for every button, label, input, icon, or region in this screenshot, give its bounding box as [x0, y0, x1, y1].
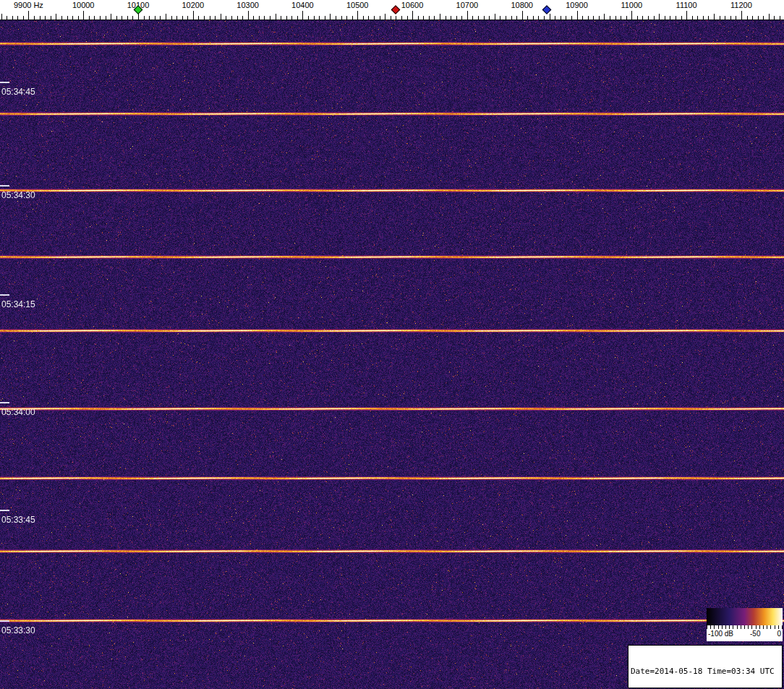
- ruler-tick: [264, 16, 265, 20]
- ruler-tick: [686, 11, 687, 20]
- frequency-marker-red-icon[interactable]: [391, 5, 401, 14]
- waterfall-display[interactable]: [0, 20, 784, 689]
- freq-tick-label: 11000: [621, 1, 642, 9]
- ruler-tick: [495, 14, 495, 20]
- ruler-tick: [730, 16, 731, 20]
- ruler-tick: [610, 16, 610, 20]
- ruler-tick: [654, 16, 655, 20]
- frequency-marker-blue-icon[interactable]: [542, 5, 551, 14]
- time-tick: [0, 82, 9, 83]
- ruler-tick: [621, 16, 621, 20]
- ruler-tick: [774, 16, 775, 20]
- ruler-tick: [418, 16, 419, 20]
- ruler-tick: [330, 14, 331, 20]
- time-label: 05:33:30: [1, 626, 35, 635]
- ruler-tick: [577, 11, 578, 20]
- ruler-tick: [396, 16, 396, 20]
- time-label: 05:34:30: [1, 191, 35, 200]
- ruler-tick: [242, 16, 243, 20]
- info-date-time: Date=2014-05-18 Time=03:34 UTC: [631, 667, 780, 677]
- ruler-tick: [385, 14, 385, 20]
- ruler-tick: [484, 16, 485, 20]
- ruler-tick: [336, 16, 336, 20]
- ruler-tick: [429, 16, 430, 20]
- ruler-tick: [374, 16, 375, 20]
- freq-tick-label: 10000: [72, 1, 95, 9]
- ruler-tick: [61, 16, 62, 20]
- ruler-tick: [467, 11, 468, 20]
- ruler-tick: [615, 16, 616, 20]
- ruler-tick: [555, 16, 555, 20]
- ruler-tick: [648, 16, 649, 20]
- time-label-text: 05:34:15: [1, 299, 35, 309]
- ruler-tick: [440, 14, 440, 20]
- ruler-tick: [171, 16, 172, 20]
- ruler-tick: [281, 16, 281, 20]
- ruler-tick: [83, 11, 84, 20]
- ruler-tick: [527, 16, 528, 20]
- info-box: Date=2014-05-18 Time=03:34 UTC Freq=143 …: [628, 645, 783, 688]
- ruler-tick: [550, 14, 550, 20]
- ruler-tick: [599, 16, 600, 20]
- time-label-text: 05:34:30: [1, 190, 35, 200]
- ruler-tick: [302, 11, 303, 20]
- ruler-tick: [604, 14, 605, 20]
- ruler-tick: [291, 16, 292, 20]
- freq-tick-label: 11200: [730, 1, 752, 9]
- ruler-tick: [741, 11, 742, 20]
- ruler-tick: [297, 16, 298, 20]
- ruler-tick: [127, 16, 128, 20]
- ruler-tick: [45, 16, 46, 20]
- ruler-tick: [446, 16, 446, 20]
- ruler-tick: [204, 16, 205, 20]
- ruler-tick: [538, 16, 539, 20]
- ruler-tick: [346, 16, 347, 20]
- ruler-tick: [34, 16, 35, 20]
- ruler-tick: [368, 16, 369, 20]
- colorbar-gradient: [707, 608, 783, 625]
- ruler-tick: [516, 16, 517, 20]
- ruler-tick: [23, 16, 24, 20]
- ruler-tick: [522, 11, 523, 20]
- ruler-tick: [231, 16, 232, 20]
- ruler-tick: [725, 16, 725, 20]
- freq-tick-label: 10600: [401, 1, 424, 9]
- ruler-tick: [357, 11, 358, 20]
- ruler-tick: [56, 14, 56, 20]
- colorbar-label-max: 0: [777, 630, 781, 638]
- freq-tick-label: 10200: [182, 1, 205, 9]
- ruler-tick: [533, 16, 534, 20]
- ruler-tick: [270, 16, 270, 20]
- ruler-tick: [51, 16, 51, 20]
- ruler-tick: [276, 14, 276, 20]
- ruler-tick: [116, 16, 117, 20]
- ruler-tick: [752, 16, 753, 20]
- ruler-tick: [412, 11, 413, 20]
- ruler-tick: [286, 16, 287, 20]
- ruler-tick: [588, 16, 589, 20]
- ruler-tick: [182, 16, 183, 20]
- time-label: 05:34:15: [1, 300, 35, 309]
- ruler-tick: [380, 16, 380, 20]
- ruler-tick: [215, 16, 216, 20]
- ruler-tick: [111, 14, 111, 20]
- ruler-tick: [67, 16, 68, 20]
- ruler-tick: [697, 16, 698, 20]
- ruler-tick: [631, 11, 632, 20]
- ruler-tick: [237, 16, 238, 20]
- ruler-tick: [314, 16, 315, 20]
- ruler-tick: [149, 16, 150, 20]
- freq-tick-label: 10800: [511, 1, 533, 9]
- ruler-tick: [506, 16, 506, 20]
- frequency-ruler[interactable]: 9900 Hz100001010010200103001040010500106…: [0, 0, 784, 20]
- ruler-tick: [78, 16, 79, 20]
- ruler-tick: [325, 16, 325, 20]
- ruler-tick: [106, 16, 106, 20]
- ruler-tick: [391, 16, 391, 20]
- ruler-tick: [253, 16, 254, 20]
- ruler-tick: [89, 16, 90, 20]
- ruler-tick: [703, 16, 704, 20]
- ruler-tick: [708, 16, 709, 20]
- ruler-tick: [308, 16, 309, 20]
- ruler-tick: [769, 14, 770, 20]
